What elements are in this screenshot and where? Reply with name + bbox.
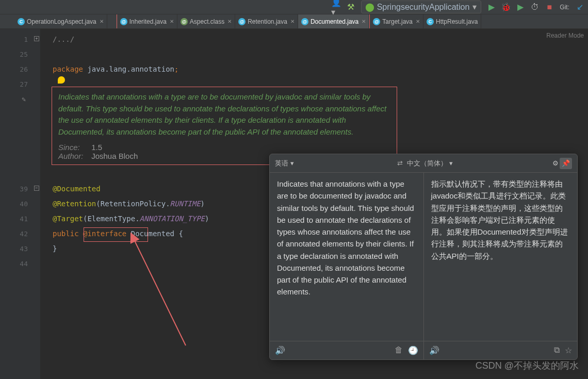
tab-target[interactable]: @ Target.java ✕ <box>370 14 423 28</box>
javadoc-text: Indicates that annotations with a type a… <box>58 91 390 138</box>
chevron-down-icon: ▾ <box>290 159 294 167</box>
git-update-icon[interactable]: ↙ <box>576 3 584 11</box>
java-file-icon: @ <box>301 18 308 25</box>
trash-icon[interactable]: 🗑 <box>395 345 403 355</box>
fold-icon[interactable]: − <box>34 186 39 191</box>
pin-icon[interactable]: 📌 <box>560 158 572 169</box>
java-file-icon: C <box>18 18 25 25</box>
speaker-icon[interactable]: 🔊 <box>275 345 285 355</box>
tab-label: Target.java <box>382 18 413 25</box>
profile-icon[interactable]: ⏱ <box>531 3 539 11</box>
tab-inherited[interactable]: @ Inherited.java ✕ <box>117 14 177 28</box>
translator-header: 英语▾ ⇄ 中文（简体）▾ ⚙ 📌 <box>270 154 577 173</box>
source-lang-selector[interactable]: 英语▾ <box>275 159 294 168</box>
tab-label: HttpResult.java <box>436 18 478 25</box>
watermark: CSDN @不掉头发的阿水 <box>476 359 579 372</box>
tab-label: OperationLogAspect.java <box>27 18 96 25</box>
close-icon[interactable]: ✕ <box>416 19 420 24</box>
tab-httpresult[interactable]: C HttpResult.java <box>423 14 481 28</box>
copy-icon[interactable]: ⧉ <box>554 345 560 355</box>
run-config-selector[interactable]: ⬤ SpringsecurityApplication ▾ <box>361 1 482 13</box>
tab-label: Retention.java <box>248 18 287 25</box>
gear-icon[interactable]: ⚙ <box>551 159 560 168</box>
author-value: Joshua Bloch <box>91 152 138 160</box>
author-label: Author: <box>58 152 89 160</box>
since-value: 1.5 <box>91 143 102 152</box>
coverage-icon[interactable]: ▶ <box>516 3 525 11</box>
chevron-down-icon: ▾ <box>472 2 477 12</box>
speaker-icon[interactable]: 🔊 <box>429 345 439 355</box>
close-icon[interactable]: ✕ <box>362 19 366 24</box>
swap-icon[interactable]: ⇄ <box>397 159 403 167</box>
annotation-highlight <box>84 227 148 242</box>
target-lang-selector[interactable]: 中文（简体）▾ <box>407 159 453 168</box>
class-file-icon: @ <box>181 18 188 25</box>
translator-target-text: 指示默认情况下，带有类型的注释将由javadoc和类似工具进行文档记录。此类型应… <box>423 173 578 341</box>
java-file-icon: @ <box>373 18 380 25</box>
editor-tabs: C OperationLogAspect.java ✕ @ Inherited.… <box>0 14 588 29</box>
run-config-label: SpringsecurityApplication <box>377 3 470 12</box>
close-icon[interactable]: ✕ <box>290 19 295 24</box>
close-icon[interactable]: ✕ <box>170 19 174 24</box>
edit-icon[interactable]: ✎ <box>22 92 26 107</box>
line-gutter: 1+ 25 26 27 ✎ 39− 40 41 42 43 44 <box>0 29 40 379</box>
git-label: Git: <box>560 4 569 11</box>
tab-aspect[interactable]: @ Aspect.class ✕ <box>177 14 235 28</box>
translator-popup: 英语▾ ⇄ 中文（简体）▾ ⚙ 📌 Indicates that annotat… <box>269 154 578 360</box>
hammer-icon[interactable]: ⚒ <box>347 3 355 11</box>
java-file-icon: @ <box>238 18 246 25</box>
history-icon[interactable]: 🕘 <box>408 345 418 355</box>
close-icon[interactable]: ✕ <box>227 19 232 24</box>
intention-bulb-icon[interactable] <box>58 76 65 84</box>
java-file-icon: C <box>427 18 434 25</box>
debug-icon[interactable]: 🐞 <box>502 3 510 11</box>
folded-region[interactable]: /.../ <box>53 35 74 43</box>
main-toolbar: 👤▾ ⚒ ⬤ SpringsecurityApplication ▾ ▶ 🐞 ▶… <box>0 0 588 14</box>
chevron-down-icon: ▾ <box>449 159 453 167</box>
translator-source-text[interactable]: Indicates that annotations with a type a… <box>270 173 423 341</box>
fold-icon[interactable]: + <box>34 36 39 41</box>
tab-operationlogaspect[interactable]: C OperationLogAspect.java ✕ <box>14 14 107 28</box>
close-icon[interactable]: ✕ <box>100 19 104 24</box>
tab-label: Documented.java <box>311 18 358 25</box>
java-file-icon: @ <box>120 18 127 25</box>
since-label: Since: <box>58 143 89 152</box>
tab-documented[interactable]: @ Documented.java ✕ <box>298 14 369 28</box>
run-icon[interactable]: ▶ <box>487 3 496 11</box>
star-icon[interactable]: ☆ <box>565 345 572 355</box>
spring-icon: ⬤ <box>366 3 374 11</box>
tab-retention[interactable]: @ Retention.java ✕ <box>235 14 298 28</box>
user-icon[interactable]: 👤▾ <box>332 3 340 11</box>
tab-label: Aspect.class <box>190 18 224 25</box>
stop-icon[interactable]: ■ <box>545 3 553 11</box>
tab-label: Inherited.java <box>129 18 167 25</box>
